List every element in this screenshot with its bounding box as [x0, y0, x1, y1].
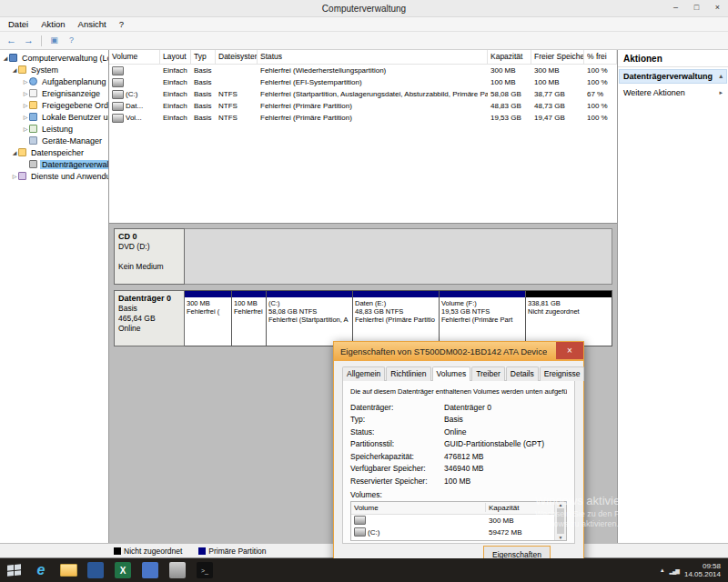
dialog-body: Allgemein Richtlinien Volumes Treiber De… [334, 361, 583, 544]
tree-item-label: Lokale Benutzer und Gr [40, 113, 108, 122]
volume-row[interactable]: (C:) Einfach Basis NTFS Fehlerfrei (Star… [109, 88, 617, 100]
partition-status: Fehlerfrei (Startpartition, A [267, 316, 352, 324]
dialog-titlebar[interactable]: Eigenschaften von ST500DM002-1BD142 ATA … [334, 342, 583, 361]
partition-status: Fehlerfrei ( [185, 307, 231, 316]
column-header-layout[interactable]: Layout [160, 50, 191, 64]
column-header-dateisystem[interactable]: Dateisystem [216, 50, 258, 64]
tree-item-computerverwaltung[interactable]: ◢ Computerverwaltung (Lokal) [0, 52, 108, 64]
dialog-title: Eigenschaften von ST500DM002-1BD142 ATA … [334, 346, 547, 356]
dialog-volume-row[interactable]: 300 MB [351, 515, 566, 527]
expand-chevron-icon[interactable]: ▸ [719, 89, 723, 96]
tree-item-leistung[interactable]: ▷ Leistung [0, 123, 108, 135]
collapsed-icon[interactable]: ▷ [22, 125, 29, 132]
collapsed-icon[interactable]: ▷ [22, 78, 29, 85]
start-button[interactable] [0, 558, 27, 582]
actions-section-datentraegerverwaltung[interactable]: Datenträgerverwaltung ▴ [619, 69, 727, 84]
tray-chevron-icon[interactable]: ▴ [661, 567, 664, 574]
disk0-partitions: 300 MB Fehlerfrei ( 100 MB Fehlerfrei [185, 290, 612, 346]
tree-item-system[interactable]: ◢ System [0, 64, 108, 75]
forward-icon[interactable]: → [22, 34, 35, 47]
legend-primary-partition: Primäre Partition [198, 547, 266, 556]
cd-empty-area[interactable] [185, 228, 612, 285]
maximize-button[interactable]: □ [686, 0, 707, 15]
taskbar-clock[interactable]: 09:58 14.05.2014 [684, 562, 721, 578]
field-label: Verfügbarer Speicher: [350, 464, 444, 473]
column-header-pct-frei[interactable]: % frei [584, 50, 617, 64]
minimize-button[interactable]: – [665, 0, 686, 15]
volume-row[interactable]: Einfach Basis Fehlerfrei (Wiederherstell… [109, 65, 617, 76]
scrollbar-thumb[interactable] [557, 508, 564, 534]
tree-item-datentraegerverwaltung[interactable]: Datenträgerverwaltung [0, 158, 108, 170]
status-cell: Fehlerfrei (Primäre Partition) [258, 102, 488, 110]
cd-drive-label[interactable]: CD 0 DVD (D:) Kein Medium [114, 228, 185, 285]
partition-e-daten[interactable]: Daten (E:) 48,83 GB NTFS Fehlerfrei (Pri… [353, 290, 440, 346]
collapsed-icon[interactable]: ▷ [22, 114, 29, 120]
back-icon[interactable]: ← [5, 34, 18, 47]
column-header-typ[interactable]: Typ [191, 50, 216, 64]
dialog-close-button[interactable]: × [556, 342, 583, 359]
tree-item-datenspeicher[interactable]: ◢ Datenspeicher [0, 146, 108, 158]
column-header-freier-speicher[interactable]: Freier Speicher [531, 50, 584, 64]
menu-datei[interactable]: Datei [2, 19, 35, 29]
menu-aktion[interactable]: Aktion [35, 19, 71, 29]
dialog-volume-row[interactable]: (C:) 59472 MB [351, 527, 566, 538]
explorer-taskbar-button[interactable] [58, 560, 78, 580]
tab-ereignisse[interactable]: Ereignisse [540, 366, 585, 381]
partition-efi[interactable]: 100 MB Fehlerfrei [232, 290, 267, 346]
cd-drive-row: CD 0 DVD (D:) Kein Medium [114, 228, 612, 285]
expanded-icon[interactable]: ◢ [11, 149, 18, 156]
excel-taskbar-button[interactable]: X [113, 560, 133, 580]
console-window-icon[interactable]: ▣ [47, 34, 61, 47]
network-icon[interactable]: ▂▄▆ [669, 567, 678, 574]
expanded-icon[interactable]: ◢ [11, 66, 18, 73]
disk0-label[interactable]: Datenträger 0 Basis 465,64 GB Online [114, 290, 185, 346]
tab-richtlinien[interactable]: Richtlinien [386, 366, 430, 381]
collapsed-icon[interactable]: ▷ [22, 102, 29, 108]
tree-item-freigegebene-ordner[interactable]: ▷ Freigegebene Ordner [0, 99, 108, 111]
partition-recovery[interactable]: 300 MB Fehlerfrei ( [185, 290, 232, 346]
column-header-volume[interactable]: Volume [109, 50, 160, 64]
help-icon[interactable]: ? [65, 34, 78, 47]
tree-item-label: Geräte-Manager [40, 136, 104, 146]
column-header-status[interactable]: Status [258, 50, 488, 64]
primary-partition-stripe [232, 291, 266, 297]
partition-f-volume[interactable]: Volume (F:) 19,53 GB NTFS Fehlerfrei (Pr… [440, 290, 526, 346]
tree-item-geraete-manager[interactable]: Geräte-Manager [0, 135, 108, 146]
weitere-aktionen-item[interactable]: Weitere Aktionen ▸ [618, 85, 728, 100]
tab-volumes[interactable]: Volumes [432, 366, 471, 381]
console-taskbar-button[interactable]: >_ [195, 560, 215, 580]
scroll-up-icon[interactable]: ▲ [559, 502, 563, 507]
menu-ansicht[interactable]: Ansicht [72, 19, 113, 29]
collapse-chevron-icon[interactable]: ▴ [719, 73, 723, 80]
tab-treiber[interactable]: Treiber [471, 366, 505, 381]
volumes-list-scrollbar[interactable]: ▲ ▼ [554, 502, 566, 540]
disk0-status: Online [118, 324, 180, 334]
expanded-icon[interactable]: ◢ [2, 55, 9, 61]
close-button[interactable]: × [707, 0, 728, 15]
tree-item-aufgabenplanung[interactable]: ▷ Aufgabenplanung [0, 75, 108, 87]
app-taskbar-button-1[interactable] [86, 560, 106, 580]
unallocated-space[interactable]: 338,81 GB Nicht zugeordnet [526, 290, 612, 346]
field-value: Online [444, 427, 467, 436]
collapsed-icon[interactable]: ▷ [22, 90, 29, 96]
tree-item-lokale-benutzer[interactable]: ▷ Lokale Benutzer und Gr [0, 111, 108, 123]
volume-row[interactable]: Dat... Einfach Basis NTFS Fehlerfrei (Pr… [109, 100, 617, 112]
volumes-tab-panel: Die auf diesem Datenträger enthaltenen V… [342, 380, 575, 544]
dialog-column-volume[interactable]: Volume [351, 503, 486, 512]
tab-details[interactable]: Details [506, 366, 539, 381]
menu-help[interactable]: ? [113, 19, 130, 29]
scroll-down-icon[interactable]: ▼ [559, 535, 563, 540]
partition-c[interactable]: (C:) 58,08 GB NTFS Fehlerfrei (Startpart… [267, 290, 353, 346]
window-titlebar[interactable]: Computerverwaltung – □ × [0, 0, 728, 17]
app-taskbar-button-2[interactable] [140, 560, 160, 580]
disk-tool-taskbar-button[interactable] [167, 560, 187, 580]
tree-item-dienste-und-anwendungen[interactable]: ▷ Dienste und Anwendungen [0, 170, 108, 182]
tab-allgemein[interactable]: Allgemein [342, 366, 385, 381]
desktop: Computerverwaltung – □ × Datei Aktion An… [0, 0, 728, 582]
ie-taskbar-button[interactable]: e [31, 560, 51, 580]
volume-row[interactable]: Einfach Basis Fehlerfrei (EFI-Systempart… [109, 76, 617, 88]
tree-item-ereignisanzeige[interactable]: ▷ Ereignisanzeige [0, 87, 108, 99]
column-header-kapazitaet[interactable]: Kapazität [488, 50, 531, 64]
volume-row[interactable]: Vol... Einfach Basis NTFS Fehlerfrei (Pr… [109, 112, 617, 124]
collapsed-icon[interactable]: ▷ [11, 173, 18, 179]
